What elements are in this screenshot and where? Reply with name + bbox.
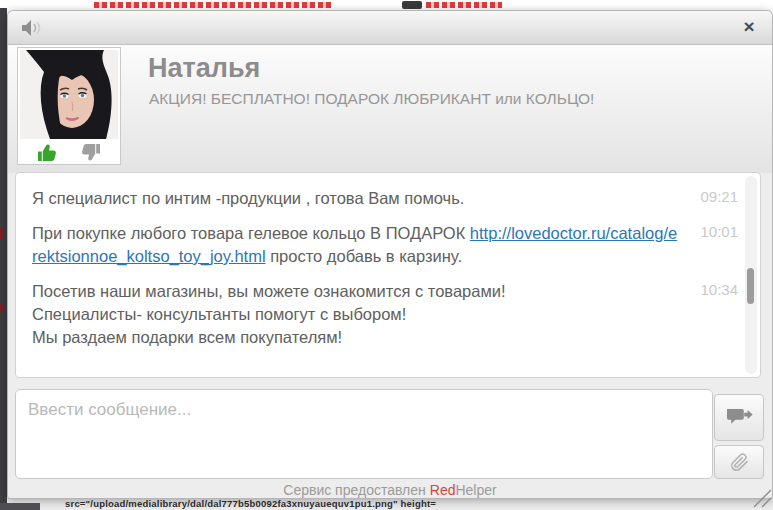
message-timestamp: 10:01 bbox=[690, 222, 738, 268]
brand-rest[interactable]: Helper bbox=[455, 482, 496, 498]
page-red-link-fragment bbox=[94, 2, 332, 8]
send-message-icon bbox=[726, 407, 753, 429]
operator-header: Наталья АКЦИЯ! БЕСПЛАТНО! ПОДАРОК ЛЮБРИК… bbox=[8, 45, 772, 173]
operator-status-message: АКЦИЯ! БЕСПЛАТНО! ПОДАРОК ЛЮБРИКАНТ или … bbox=[149, 90, 594, 108]
message-timestamp: 09:21 bbox=[690, 187, 738, 210]
message-text: Посетив наши магазины, вы можете ознаком… bbox=[32, 280, 690, 349]
message-list[interactable]: Я специалист по интим -продукции , готов… bbox=[15, 172, 761, 378]
message: Я специалист по интим -продукции , готов… bbox=[32, 187, 746, 210]
thumbs-down-button[interactable] bbox=[79, 143, 102, 162]
message-input[interactable] bbox=[15, 389, 713, 479]
page-red-link-fragment bbox=[426, 2, 502, 8]
thumbs-up-button[interactable] bbox=[36, 143, 59, 162]
avatar bbox=[17, 47, 121, 165]
close-button[interactable]: × bbox=[739, 16, 759, 38]
page-background-top bbox=[0, 0, 773, 10]
thumbs-up-icon bbox=[36, 143, 59, 162]
send-button[interactable] bbox=[714, 394, 764, 441]
chat-widget: × bbox=[7, 10, 773, 499]
scrollbar-track[interactable] bbox=[745, 176, 757, 374]
message-timestamp: 10:34 bbox=[690, 280, 738, 349]
page-dark-fragment bbox=[0, 503, 40, 510]
resize-handle-icon[interactable] bbox=[750, 486, 772, 508]
thumbs-down-icon bbox=[79, 143, 102, 162]
page-red-fragment bbox=[0, 304, 4, 312]
page-red-fragment bbox=[0, 228, 4, 240]
scrollbar-thumb[interactable] bbox=[747, 268, 754, 304]
speaker-icon bbox=[20, 18, 44, 38]
titlebar: × bbox=[8, 11, 772, 45]
footer-text: Сервис предоставлен bbox=[283, 482, 425, 498]
message-text-part: При покупке любого товара гелевое кольцо… bbox=[32, 224, 465, 242]
footer-branding: Сервис предоставленRedHelper bbox=[8, 482, 772, 498]
operator-name: Наталья bbox=[148, 53, 260, 84]
message-text: При покупке любого товара гелевое кольцо… bbox=[32, 222, 690, 268]
operator-photo bbox=[20, 50, 118, 139]
message-line: Специалисты- консультанты помогут с выбо… bbox=[32, 303, 682, 326]
message-text-part: просто добавь в карзину. bbox=[270, 247, 462, 265]
message-line: Мы раздаем подарки всем покупателям! bbox=[32, 326, 682, 349]
rating-buttons bbox=[20, 139, 118, 163]
brand-red[interactable]: Red bbox=[430, 482, 456, 498]
page-text-fragment bbox=[402, 1, 422, 9]
mute-sound-button[interactable] bbox=[20, 18, 44, 38]
attach-file-button[interactable] bbox=[714, 445, 764, 479]
message-text: Я специалист по интим -продукции , готов… bbox=[32, 187, 690, 210]
message: Посетив наши магазины, вы можете ознаком… bbox=[32, 280, 746, 349]
message: При покупке любого товара гелевое кольцо… bbox=[32, 222, 746, 268]
page-source-text: src="/upload/medialibrary/dal/dal777b5b0… bbox=[65, 498, 436, 509]
page-background-left bbox=[0, 8, 7, 510]
paperclip-icon bbox=[729, 452, 750, 473]
message-line: Посетив наши магазины, вы можете ознаком… bbox=[32, 280, 682, 303]
